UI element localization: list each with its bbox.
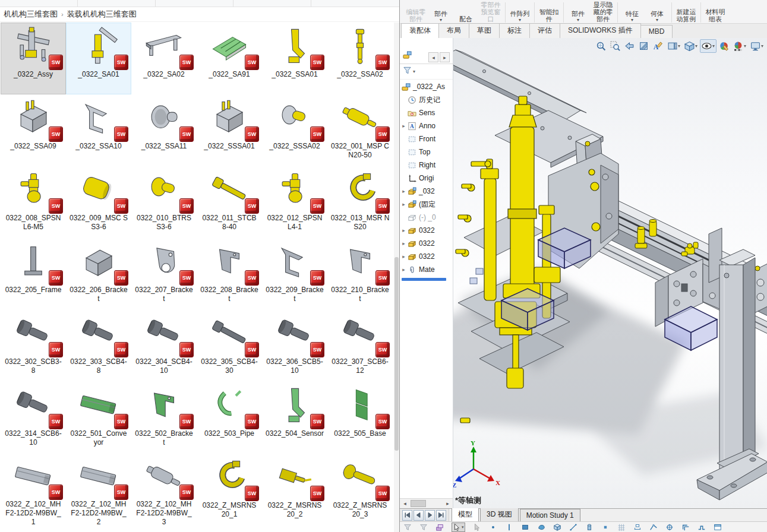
- tab-装配体[interactable]: 装配体: [401, 23, 439, 38]
- chevron-down-icon[interactable]: ▾: [413, 69, 415, 74]
- tree-item-root[interactable]: _0322_As: [400, 80, 453, 93]
- 3d-assembly-model[interactable]: X Y Z: [453, 38, 767, 508]
- motion-tool-funnelg-icon[interactable]: [419, 523, 428, 531]
- file-item[interactable]: SW_0322_SSA01: [262, 23, 327, 94]
- tree-item[interactable]: ▸_032: [400, 185, 453, 198]
- chevron-down-icon[interactable]: ▾: [656, 17, 658, 23]
- expander-icon[interactable]: ▸: [400, 227, 408, 233]
- file-item[interactable]: SW0322_206_Bracket: [66, 238, 131, 310]
- tree-item[interactable]: Front: [400, 132, 453, 145]
- file-item[interactable]: SW0322_012_SPSN L4-1: [262, 166, 327, 238]
- motion-tool-cubesm-icon[interactable]: [553, 523, 561, 531]
- motion-tool-anchor-icon[interactable]: [665, 523, 674, 531]
- tree-item[interactable]: ▸0322: [400, 250, 453, 263]
- file-item[interactable]: SW0322_208_Bracket: [197, 238, 262, 310]
- hide-show-items-button[interactable]: ▾: [700, 39, 717, 53]
- tree-item[interactable]: ▸Mate: [400, 263, 453, 276]
- motion-tool-funnelg-icon[interactable]: [403, 523, 412, 531]
- expander-icon[interactable]: ▸: [400, 201, 408, 207]
- motion-tool-stack-icon[interactable]: [435, 523, 444, 531]
- apply-scene-button[interactable]: ▾: [731, 39, 748, 53]
- file-item[interactable]: SW0322_Z_102_MHF2-12D2-M9BW_2: [66, 454, 131, 525]
- file-item[interactable]: SW0322_011_STCB 8-40: [197, 166, 262, 238]
- ribbon-button[interactable]: 材料明细表: [703, 8, 728, 23]
- file-item[interactable]: SW0322_501_Conveyor: [66, 382, 131, 454]
- expander-icon[interactable]: ▸: [400, 123, 408, 129]
- file-item[interactable]: SW0322_013_MSR NS20: [327, 166, 393, 238]
- chevron-down-icon[interactable]: ▾: [577, 17, 579, 23]
- ribbon-button[interactable]: 何体▾: [645, 10, 670, 23]
- file-item[interactable]: SW0322_008_SPSN L6-M5: [1, 166, 66, 238]
- expander-icon[interactable]: ▸: [400, 254, 408, 259]
- edit-appearance-button[interactable]: [717, 39, 731, 53]
- motion-tool-sqsm-icon[interactable]: [601, 523, 610, 531]
- motion-tool-diag-icon[interactable]: [569, 523, 577, 531]
- motion-tool-offs-icon[interactable]: [681, 523, 690, 531]
- ribbon-button[interactable]: 件阵列▾: [507, 10, 532, 23]
- tree-item[interactable]: ▸0322: [400, 237, 453, 250]
- breadcrumb-item[interactable]: 机机构三维套图: [1, 10, 60, 18]
- tree-item[interactable]: (-) _0: [400, 211, 453, 224]
- view-settings-button[interactable]: ▾: [749, 39, 765, 53]
- file-item[interactable]: SW0322_306_SCB5-10: [262, 310, 327, 382]
- sketch-annotation-button[interactable]: A: [651, 39, 665, 53]
- tab-草图[interactable]: 草图: [469, 23, 500, 38]
- tree-item[interactable]: Top: [400, 145, 453, 159]
- file-item[interactable]: SW0322_207_Bracket: [131, 238, 197, 310]
- file-item[interactable]: SW0322_Z_MSRNS 20_2: [262, 454, 327, 525]
- appearance-scene-button[interactable]: ▾: [665, 39, 682, 53]
- motion-tool-grid-icon[interactable]: [617, 523, 626, 531]
- chevron-down-icon[interactable]: ▾: [761, 43, 763, 49]
- motion-tool-cursorg-icon[interactable]: [473, 523, 481, 531]
- ribbon-button[interactable]: 配合: [453, 15, 478, 23]
- motion-tool-blob-icon[interactable]: [537, 523, 545, 531]
- explorer-scrollbar[interactable]: [394, 23, 399, 532]
- chevron-down-icon[interactable]: ▾: [462, 525, 464, 530]
- section-view-button[interactable]: [637, 39, 651, 53]
- motion-tool-rct-icon[interactable]: [521, 523, 529, 531]
- file-item[interactable]: SW0322_210_Bracket: [327, 238, 393, 310]
- ribbon-button[interactable]: 新建运动算例: [674, 8, 699, 23]
- file-item[interactable]: SW_0322_SSSA02: [262, 94, 327, 166]
- file-item[interactable]: SW0322_304_SCB4-10: [131, 310, 197, 382]
- jump-to-start-button[interactable]: [402, 510, 412, 521]
- file-item[interactable]: SW0322_303_SCB4-8: [66, 310, 131, 382]
- motion-tool-win-icon[interactable]: [714, 523, 722, 531]
- file-item[interactable]: SW_0322_SA91: [197, 23, 262, 94]
- file-item[interactable]: SW0322_205_Frame: [1, 238, 66, 310]
- file-item[interactable]: SW0322_Z_MSRNS 20_3: [327, 454, 393, 525]
- filter-funnel-icon[interactable]: [403, 66, 412, 77]
- file-item[interactable]: SW_0322_SSA09: [1, 94, 66, 166]
- chevron-down-icon[interactable]: ▾: [744, 43, 746, 49]
- scroll-left-button[interactable]: ◂: [400, 499, 409, 508]
- chevron-down-icon[interactable]: ▾: [712, 43, 715, 49]
- scrollbar-thumb[interactable]: [411, 500, 426, 507]
- tab-标注[interactable]: 标注: [499, 23, 530, 38]
- tab-SOLIDWORKS 插件[interactable]: SOLIDWORKS 插件: [560, 23, 641, 38]
- tree-item[interactable]: Right: [400, 159, 453, 172]
- tree-filter-bar[interactable]: ▾: [400, 64, 453, 80]
- file-item[interactable]: SW0322_209_Bracket: [262, 238, 327, 310]
- expander-icon[interactable]: ▸: [400, 240, 408, 246]
- graphics-viewport[interactable]: A▾▾▾▾▾: [453, 38, 767, 508]
- pane-tab-right[interactable]: ▸: [440, 52, 450, 62]
- motion-tool-dim-icon[interactable]: [633, 523, 642, 531]
- tab-评估[interactable]: 评估: [529, 23, 560, 38]
- tree-item[interactable]: ▸(固定: [400, 198, 453, 211]
- breadcrumb-item[interactable]: 装载机机构三维套图: [65, 10, 139, 18]
- file-item[interactable]: SW0322_307_SCB6-12: [327, 310, 393, 382]
- pane-tab-left[interactable]: ◂: [428, 52, 438, 62]
- file-item[interactable]: SW0322_314_SCB6-10: [1, 382, 66, 454]
- motion-tool-zig-icon[interactable]: [697, 523, 706, 531]
- file-item[interactable]: SW0322_010_BTRS S3-6: [131, 166, 197, 238]
- previous-view-button[interactable]: [623, 39, 636, 53]
- file-item[interactable]: SW0322_Z_102_MHF2-12D2-M9BW_1: [1, 454, 66, 525]
- expander-icon[interactable]: ▸: [400, 267, 408, 273]
- chevron-down-icon[interactable]: ▾: [440, 17, 442, 23]
- scroll-right-button[interactable]: ▸: [443, 499, 452, 508]
- file-item[interactable]: SW0322_302_SCB3-8: [1, 310, 66, 382]
- tree-item[interactable]: ▸0322: [400, 224, 453, 237]
- bottom-tab-模型[interactable]: 模型: [452, 507, 479, 521]
- bottom-tab-3D 视图[interactable]: 3D 视图: [480, 507, 519, 521]
- previous-frame-button[interactable]: [414, 510, 424, 521]
